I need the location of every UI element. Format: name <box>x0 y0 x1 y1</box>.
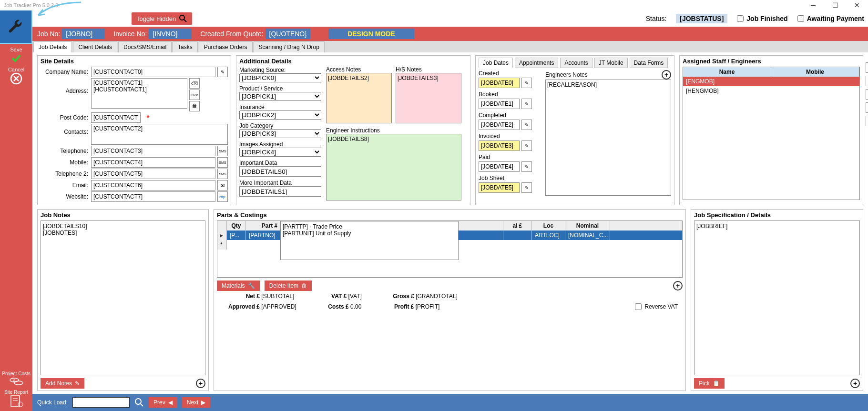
next-button[interactable]: Next ▶ <box>182 397 211 408</box>
search-icon[interactable] <box>134 398 144 407</box>
quickload-input[interactable] <box>72 397 130 408</box>
jobno-value[interactable]: [JOBNO] <box>62 29 105 39</box>
job-notes-text[interactable]: [JOBDETAILS10] [JOBNOTES] <box>41 221 205 375</box>
tab-job-details[interactable]: Job Details <box>33 41 72 52</box>
category-select[interactable]: [JOBPICK3] <box>239 129 321 138</box>
marketing-select[interactable]: [JOBPICK0] <box>239 73 321 82</box>
sms-icon[interactable]: SMS <box>217 146 228 156</box>
svg-line-9 <box>184 20 186 22</box>
contacts-input[interactable]: [CUSTCONTACT2] <box>91 124 228 145</box>
job-spec-panel: Job Specification / Details [JOBBRIEF] P… <box>691 209 863 391</box>
created-date[interactable] <box>479 78 520 88</box>
job-spec-text[interactable]: [JOBBRIEF] <box>694 221 860 375</box>
materials-button[interactable]: Materials🔧 <box>217 281 260 291</box>
tab-accounts[interactable]: Accounts <box>560 58 592 68</box>
phone-icon[interactable]: 📱 <box>866 76 868 86</box>
edit-icon[interactable]: ✎ <box>217 67 228 77</box>
parts-grid[interactable]: Qty Part # al £ Loc Nominal ▸ [P... [PAR… <box>217 221 683 278</box>
prev-button[interactable]: Prev ◀ <box>149 397 177 408</box>
cancel-button[interactable]: Cancel <box>8 67 24 85</box>
edit-date-icon[interactable]: ✎ <box>521 78 532 88</box>
tab-appointments[interactable]: Appointments <box>515 58 558 68</box>
mail-icon[interactable]: ✉ <box>866 89 868 100</box>
maximize-button[interactable]: ☐ <box>824 0 846 10</box>
invoiced-date[interactable] <box>479 140 520 151</box>
sms-icon[interactable]: SMS <box>217 157 228 168</box>
reverse-vat-checkbox[interactable]: Reverse VAT <box>635 303 678 310</box>
add-notes-button[interactable]: Add Notes✎ <box>41 378 84 389</box>
main-tabs: Job Details Client Details Docs/SMS/Emai… <box>32 41 868 52</box>
clear-icon[interactable]: ⌫ <box>189 78 200 89</box>
awaiting-payment-checkbox[interactable]: Awaiting Payment <box>797 15 864 22</box>
tab-docs[interactable]: Docs/SMS/Email <box>118 41 172 52</box>
jobsheet-date[interactable] <box>479 182 520 193</box>
access-notes[interactable]: [JOBDETAILS2] <box>326 73 392 123</box>
minimize-button[interactable]: ─ <box>802 0 824 10</box>
telephone2-input[interactable] <box>91 169 215 179</box>
site-report-button[interactable]: Site Report <box>4 390 28 407</box>
staff-row[interactable]: [HENGMOB] <box>683 86 859 96</box>
invno-value[interactable]: [INVNO] <box>149 29 192 39</box>
edit-date-icon[interactable]: ✎ <box>521 120 532 130</box>
save-button[interactable]: Save <box>10 47 22 64</box>
tab-dataforms[interactable]: Data Forms <box>630 58 668 68</box>
pick-button[interactable]: Pick📋 <box>694 378 725 389</box>
wrench-logo[interactable] <box>0 10 32 44</box>
hs-notes[interactable]: [JOBDETAILS3] <box>396 73 461 123</box>
eng-instr-label: Engineer Instructions <box>326 127 467 134</box>
edit-date-icon[interactable]: ✎ <box>521 140 532 151</box>
job-notes-title: Job Notes <box>41 211 205 219</box>
building-icon[interactable]: 🏛 <box>189 101 200 111</box>
zoom-notes[interactable]: + <box>196 379 205 388</box>
quote-value[interactable]: [QUOTENO] <box>266 29 311 39</box>
insurance-select[interactable]: [JOBPICK2] <box>239 110 321 120</box>
close-button[interactable]: ✕ <box>846 0 868 10</box>
edit-staff-icon[interactable]: ✎ <box>866 62 868 73</box>
clipboard-icon[interactable]: 📋 <box>866 116 868 126</box>
staff-row[interactable]: [ENGMOB] <box>683 77 859 86</box>
map-pin-icon[interactable]: 📍 <box>143 112 153 123</box>
paid-date[interactable] <box>479 161 520 172</box>
sms-icon[interactable]: SMS <box>217 169 228 179</box>
tab-jtmobile[interactable]: JT Mobile <box>594 58 628 68</box>
images-select[interactable]: [JOBPICK4] <box>239 148 321 157</box>
job-finished-checkbox[interactable]: Job Finished <box>737 15 787 22</box>
mobile-input[interactable] <box>91 157 215 168</box>
project-costs-button[interactable]: Project Costs £ <box>2 371 30 387</box>
telephone-input[interactable] <box>91 146 215 156</box>
zoom-spec[interactable]: + <box>850 379 860 388</box>
http-icon[interactable]: http: <box>217 191 228 202</box>
screen-icon[interactable]: 🖥 <box>866 102 868 113</box>
add-engineer-note[interactable]: + <box>662 70 671 80</box>
booked-date[interactable] <box>479 99 520 109</box>
moreimportant-input[interactable] <box>239 186 321 197</box>
engineer-instructions[interactable]: [JOBDETAILS8] <box>326 134 461 200</box>
edit-date-icon[interactable]: ✎ <box>521 161 532 172</box>
postcode-input[interactable] <box>91 112 141 123</box>
status-value[interactable]: [JOBSTATUS] <box>676 14 727 23</box>
envelope-icon[interactable]: ✉ <box>217 180 228 190</box>
edit-date-icon[interactable]: ✎ <box>521 182 532 193</box>
engineers-notes[interactable]: [RECALLREASON] <box>545 80 671 196</box>
titlebar: Job Tracker Pro 5.0.2.0 ─ ☐ ✕ <box>0 0 868 10</box>
additional-title: Additional Details <box>239 58 321 65</box>
important-input[interactable] <box>239 166 321 177</box>
website-input[interactable] <box>91 191 215 202</box>
toggle-hidden-button[interactable]: Toggle Hidden <box>132 12 192 25</box>
tab-scanning[interactable]: Scanning / Drag N Drop <box>254 41 325 52</box>
completed-date[interactable] <box>479 120 520 130</box>
company-input[interactable] <box>91 67 215 77</box>
address-input[interactable]: [CUSTCONTACT1] [HCUSTCONTACT1] <box>91 78 187 109</box>
tab-po[interactable]: Purchase Orders <box>199 41 253 52</box>
top-strip: Toggle Hidden Status: [JOBSTATUS] Job Fi… <box>32 10 868 27</box>
eng-notes-label: Engineers Notes <box>545 71 588 78</box>
zoom-parts[interactable]: + <box>673 281 683 291</box>
product-select[interactable]: [JOBPICK1] <box>239 92 321 101</box>
tab-client-details[interactable]: Client Details <box>73 41 117 52</box>
delete-item-button[interactable]: Delete Item🗑 <box>265 281 312 291</box>
crm-icon[interactable]: CRM <box>189 90 200 100</box>
tab-tasks[interactable]: Tasks <box>173 41 198 52</box>
tab-job-dates[interactable]: Job Dates <box>479 58 513 68</box>
edit-date-icon[interactable]: ✎ <box>521 99 532 109</box>
email-input[interactable] <box>91 180 215 190</box>
